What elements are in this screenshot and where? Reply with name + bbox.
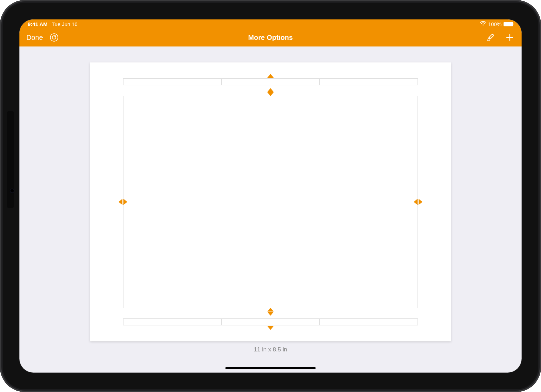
- status-date: Tue Jun 16: [52, 21, 78, 27]
- footer-cell-left[interactable]: [123, 319, 222, 325]
- battery-percentage: 100%: [488, 21, 501, 27]
- page-title: More Options: [19, 34, 522, 42]
- status-time: 9:41 AM: [28, 21, 48, 27]
- header-cell-right[interactable]: [320, 79, 418, 85]
- margin-handle-top-inner-down[interactable]: [267, 92, 274, 96]
- home-indicator[interactable]: [225, 367, 316, 369]
- status-bar: 9:41 AM Tue Jun 16 100%: [19, 19, 522, 28]
- margin-handle-top-outer[interactable]: [267, 74, 274, 78]
- margin-handle-bottom-outer[interactable]: [267, 326, 274, 330]
- page-size-label: 11 in x 8.5 in: [254, 346, 287, 353]
- undo-button[interactable]: [49, 33, 59, 42]
- content-margin-frame: [123, 96, 418, 308]
- footer-cell-right[interactable]: [320, 319, 418, 325]
- front-camera: [10, 189, 14, 193]
- header-cell-left[interactable]: [123, 79, 222, 85]
- canvas-area: 11 in x 8.5 in: [19, 46, 522, 373]
- margin-handle-bottom-inner-up[interactable]: [267, 308, 274, 312]
- paintbrush-icon: [486, 33, 495, 42]
- margin-handle-left-inner-l[interactable]: [119, 199, 122, 205]
- margin-handle-right-inner-r[interactable]: [419, 199, 422, 205]
- wifi-icon: [480, 21, 486, 27]
- battery-icon: [504, 22, 513, 26]
- add-button[interactable]: [505, 33, 515, 42]
- svg-point-0: [50, 34, 58, 41]
- format-brush-button[interactable]: [486, 33, 495, 42]
- done-button[interactable]: Done: [26, 34, 43, 42]
- margin-handle-right-inner-l[interactable]: [414, 199, 418, 205]
- device-edge: [7, 111, 14, 208]
- header-cell-center[interactable]: [222, 79, 320, 85]
- margin-handle-bottom-inner-down[interactable]: [267, 312, 274, 316]
- ipad-frame: 9:41 AM Tue Jun 16 100% Done: [0, 0, 541, 392]
- page-preview: [90, 62, 451, 341]
- page-header-region[interactable]: [123, 78, 418, 85]
- plus-icon: [505, 33, 514, 42]
- screen: 9:41 AM Tue Jun 16 100% Done: [19, 19, 522, 373]
- margin-handle-left-inner-r[interactable]: [123, 199, 127, 205]
- toolbar: Done More Options: [19, 28, 522, 46]
- margin-handle-top-inner-up[interactable]: [267, 88, 274, 92]
- page-footer-region[interactable]: [123, 318, 418, 325]
- footer-cell-center[interactable]: [222, 319, 320, 325]
- undo-icon: [50, 33, 59, 42]
